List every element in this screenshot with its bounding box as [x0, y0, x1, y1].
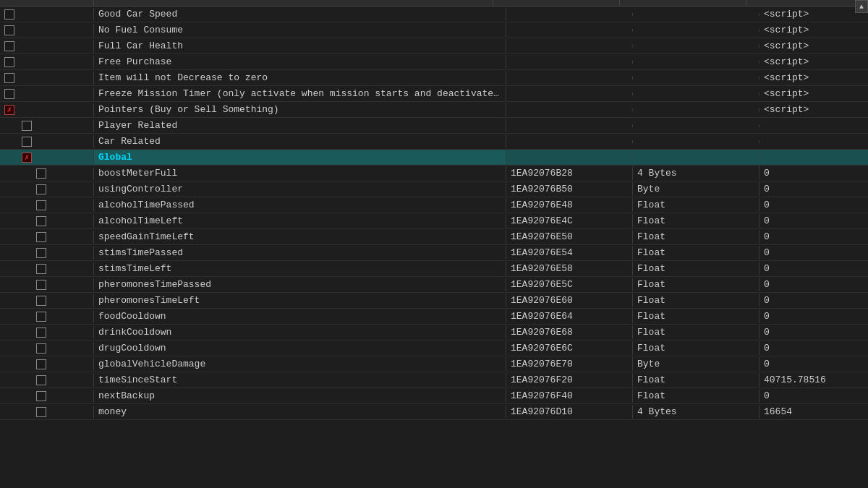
table-row[interactable]: boostMeterFull1EA92076B284 Bytes0	[0, 166, 868, 181]
row-description: Global	[94, 150, 506, 164]
row-description: stimsTimeLeft	[94, 262, 506, 275]
table-row[interactable]: Player Related	[0, 118, 868, 134]
active-checkbox[interactable]	[4, 25, 14, 35]
table-row[interactable]: No Fuel Consume<script>	[0, 22, 868, 38]
table-row[interactable]: ✗Pointers (Buy or Sell Something)<script…	[0, 102, 868, 118]
active-checkbox[interactable]	[36, 312, 46, 322]
row-value: <script>	[760, 7, 868, 21]
row-description: stimsTimePassed	[94, 246, 506, 260]
row-address: 1EA92076E68	[506, 325, 633, 339]
table-row[interactable]: Good Car Speed<script>	[0, 7, 868, 22]
row-active-cell	[0, 374, 94, 387]
table-row[interactable]: Freeze Mission Timer (only activate when…	[0, 86, 868, 102]
row-active-cell	[0, 406, 94, 419]
active-checkbox[interactable]	[36, 264, 46, 274]
active-checkbox[interactable]	[4, 41, 14, 51]
active-checkbox[interactable]	[36, 168, 46, 179]
active-checkbox[interactable]	[22, 121, 32, 131]
row-address: 1EA92076E5C	[506, 278, 633, 291]
active-checkbox[interactable]	[36, 328, 46, 338]
row-value: 0	[760, 262, 868, 275]
row-description: foodCooldown	[94, 309, 506, 323]
row-type: Float	[633, 198, 760, 212]
row-description: speedGainTimeLeft	[94, 230, 506, 244]
active-checkbox[interactable]	[36, 296, 46, 306]
active-checkbox[interactable]	[36, 375, 46, 385]
row-type	[633, 13, 760, 16]
table-row[interactable]: money1EA92076D104 Bytes16654	[0, 404, 868, 420]
active-checkbox[interactable]	[36, 216, 46, 226]
row-value	[760, 124, 868, 127]
row-type: Float	[633, 230, 760, 244]
table-row[interactable]: nextBackup1EA92076F40Float0	[0, 388, 868, 404]
active-checkbox[interactable]	[36, 248, 46, 258]
row-description: alcoholTimePassed	[94, 198, 506, 212]
active-checkbox[interactable]: ✗	[22, 153, 32, 163]
table-row[interactable]: alcoholTimePassed1EA92076E48Float0	[0, 197, 868, 213]
table-row[interactable]: speedGainTimeLeft1EA92076E50Float0	[0, 229, 868, 245]
cheat-table: ▲ Good Car Speed<script>No Fuel Consume<…	[0, 0, 868, 488]
table-row[interactable]: Car Related	[0, 134, 868, 150]
table-row[interactable]: Free Purchase<script>	[0, 54, 868, 70]
row-description: drugCooldown	[94, 341, 506, 355]
row-address: 1EA92076B50	[506, 182, 633, 196]
row-description: timeSinceStart	[94, 373, 506, 387]
row-address	[506, 124, 633, 127]
row-type	[633, 140, 760, 143]
table-row[interactable]: pheromonesTimePassed1EA92076E5CFloat0	[0, 277, 868, 293]
active-checkbox[interactable]	[36, 280, 46, 290]
table-row[interactable]: stimsTimeLeft1EA92076E58Float0	[0, 261, 868, 277]
table-row[interactable]: timeSinceStart1EA92076F20Float40715.7851…	[0, 372, 868, 388]
row-description: Full Car Health	[94, 39, 506, 53]
row-active-cell	[0, 278, 94, 291]
row-type: 4 Bytes	[633, 405, 760, 419]
row-address	[506, 156, 633, 159]
active-checkbox[interactable]	[4, 9, 14, 20]
table-row[interactable]: pheromonesTimeLeft1EA92076E60Float0	[0, 293, 868, 309]
active-checkbox[interactable]	[22, 137, 32, 147]
active-checkbox[interactable]	[36, 184, 46, 194]
active-checkbox[interactable]	[36, 391, 46, 401]
scroll-up-button[interactable]: ▲	[855, 0, 868, 13]
table-row[interactable]: Item will not Decrease to zero<script>	[0, 70, 868, 86]
table-row[interactable]: Full Car Health<script>	[0, 38, 868, 54]
row-active-cell	[0, 135, 94, 148]
active-checkbox[interactable]: ✗	[4, 105, 14, 115]
row-description: usingController	[94, 182, 506, 196]
table-row[interactable]: stimsTimePassed1EA92076E54Float0	[0, 245, 868, 261]
active-checkbox[interactable]	[36, 232, 46, 242]
active-checkbox[interactable]	[36, 343, 46, 354]
table-row[interactable]: foodCooldown1EA92076E64Float0	[0, 309, 868, 325]
active-checkbox[interactable]	[36, 359, 46, 369]
active-checkbox[interactable]	[4, 89, 14, 99]
table-row[interactable]: alcoholTimeLeft1EA92076E4CFloat0	[0, 213, 868, 229]
col-header-value	[746, 0, 855, 6]
row-value: 0	[760, 198, 868, 212]
row-value: 0	[760, 309, 868, 323]
table-row[interactable]: drugCooldown1EA92076E6CFloat0	[0, 341, 868, 356]
row-value: 0	[760, 182, 868, 196]
row-type	[633, 45, 760, 48]
row-value: 0	[760, 357, 868, 371]
row-address	[506, 108, 633, 111]
active-checkbox[interactable]	[36, 407, 46, 417]
row-active-cell	[0, 87, 94, 100]
row-value: 0	[760, 166, 868, 180]
table-row[interactable]: ✗Global	[0, 150, 868, 166]
row-value: <script>	[760, 39, 868, 53]
table-body[interactable]: Good Car Speed<script>No Fuel Consume<sc…	[0, 7, 868, 476]
row-type: Float	[633, 214, 760, 228]
col-header-address	[493, 0, 620, 6]
row-description: money	[94, 405, 506, 419]
table-row[interactable]: drinkCooldown1EA92076E68Float0	[0, 325, 868, 341]
row-description: Free Purchase	[94, 55, 506, 69]
active-checkbox[interactable]	[4, 57, 14, 67]
row-type: Float	[633, 262, 760, 275]
row-value: <script>	[760, 87, 868, 100]
active-checkbox[interactable]	[4, 73, 14, 83]
table-row[interactable]: usingController1EA92076B50Byte0	[0, 181, 868, 197]
col-header-type	[620, 0, 746, 6]
active-checkbox[interactable]	[36, 200, 46, 210]
row-address	[506, 29, 633, 32]
table-row[interactable]: globalVehicleDamage1EA92076E70Byte0	[0, 356, 868, 372]
